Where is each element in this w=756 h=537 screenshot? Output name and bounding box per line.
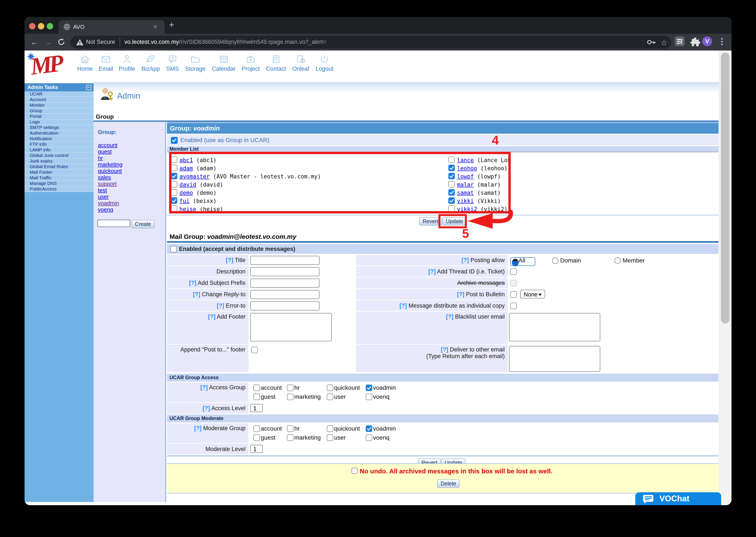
help-link[interactable]: [?] — [446, 313, 453, 320]
access-cb-voenq[interactable] — [366, 393, 372, 400]
nav-item-project[interactable]: Project — [237, 54, 264, 72]
help-link[interactable]: [?] — [457, 291, 464, 298]
sidebar-item-mail-footer[interactable]: Mail Footer — [24, 170, 94, 175]
group-link-hr[interactable]: hr — [98, 155, 103, 161]
password-key-icon[interactable] — [647, 39, 656, 45]
blacklist-textarea[interactable] — [509, 313, 600, 341]
group-link-voenq[interactable]: voenq — [98, 206, 113, 213]
access-cb-hr[interactable] — [287, 385, 293, 391]
tab-close-icon[interactable]: × — [154, 23, 157, 31]
group-link-test[interactable]: test — [98, 187, 107, 194]
title-input[interactable] — [250, 256, 320, 265]
group-link-voadmin[interactable]: voadmin — [98, 200, 119, 207]
moderate-level-input[interactable]: 1 — [250, 445, 263, 453]
group-link-guest[interactable]: guest — [98, 148, 111, 155]
sidebar-item-global-junk-control[interactable]: Global Junk control — [24, 153, 94, 158]
add-footer-textarea[interactable] — [250, 313, 332, 341]
extensions-puzzle-icon[interactable] — [690, 36, 700, 46]
help-link[interactable]: [?] — [194, 425, 201, 432]
help-link[interactable]: [?] — [428, 268, 436, 275]
access-cb-guest[interactable] — [253, 393, 260, 400]
group-link-user[interactable]: user — [98, 193, 109, 200]
sidebar-item-smtp-settings[interactable]: SMTP settings — [24, 125, 94, 131]
append-footer-checkbox[interactable] — [251, 347, 258, 353]
moderate-cb-guest[interactable] — [253, 434, 260, 441]
moderate-cb-voadmin[interactable] — [366, 426, 372, 432]
nav-item-storage[interactable]: Storage — [182, 54, 209, 72]
nav-item-onleaf[interactable]: Onleaf — [288, 54, 314, 72]
sidebar-item-monitor[interactable]: Monitor — [24, 103, 94, 108]
group-link-quickount[interactable]: quickount — [98, 168, 122, 174]
group-link-marketing[interactable]: marketing — [98, 161, 122, 168]
delete-confirm-checkbox[interactable] — [352, 468, 358, 474]
access-cb-quickount[interactable] — [327, 385, 333, 391]
scrollbar-thumb[interactable] — [721, 53, 730, 323]
access-cb-marketing[interactable] — [287, 393, 293, 400]
sidebar-item-group[interactable]: Group — [24, 108, 94, 114]
sidebar-item-ftp-info[interactable]: FTP info — [24, 142, 94, 147]
moderate-cb-quickount[interactable] — [327, 426, 333, 432]
mail-enabled-checkbox[interactable] — [170, 246, 177, 252]
address-bar[interactable]: Not Secure vo.leotest.vo.com.my/r/v/SID6… — [70, 36, 671, 49]
nav-item-calendar[interactable]: Calendar — [210, 54, 237, 72]
sidebar-item-authentication[interactable]: Authentication — [24, 131, 94, 136]
help-link[interactable]: [?] — [462, 257, 469, 263]
brand-logo[interactable]: MP — [29, 51, 63, 80]
help-link[interactable]: [?] — [400, 303, 407, 309]
group-link-sales[interactable]: sales — [98, 174, 111, 181]
help-link[interactable]: [?] — [226, 257, 233, 263]
collapse-icon[interactable] — [86, 85, 91, 90]
help-link[interactable]: [?] — [217, 303, 224, 309]
sidebar-item-ucar[interactable]: UCAR — [24, 91, 94, 97]
group-link-account[interactable]: account — [98, 142, 117, 148]
help-link[interactable]: [?] — [193, 291, 200, 298]
create-group-button[interactable]: Create — [131, 220, 155, 228]
posting-allow-radio-domain[interactable] — [552, 257, 558, 264]
sidebar-item-publicaccess[interactable]: PublicAccess — [24, 186, 94, 192]
posting-allow-radio-member[interactable] — [614, 257, 621, 264]
nav-item-contact[interactable]: Contact — [263, 54, 289, 72]
sidebar-item-global-email-rules[interactable]: Global Email Rules — [24, 164, 94, 170]
bulletin-select[interactable]: None — [520, 290, 545, 298]
access-cb-user[interactable] — [327, 393, 333, 400]
back-icon[interactable]: ← — [30, 38, 38, 47]
nav-item-logout[interactable]: Logout — [311, 54, 338, 72]
deliver-other-textarea[interactable] — [509, 346, 600, 372]
reload-icon[interactable] — [57, 38, 66, 46]
group-link-support[interactable]: support — [98, 181, 116, 187]
moderate-cb-hr[interactable] — [287, 426, 293, 432]
reply-to-input[interactable] — [250, 290, 320, 299]
browser-menu-icon[interactable] — [721, 37, 723, 46]
nav-item-profile[interactable]: Profile — [113, 54, 140, 72]
help-link[interactable]: [?] — [200, 384, 207, 391]
sidebar-item-account[interactable]: Account — [24, 97, 94, 103]
thread-id-checkbox[interactable] — [510, 268, 517, 275]
vochat-button[interactable]: VOChat — [635, 492, 721, 505]
sidebar-item-mail-traffic[interactable]: Mail Traffic — [24, 175, 94, 181]
page-scrollbar[interactable] — [719, 51, 732, 505]
extension-editor-icon[interactable] — [675, 36, 685, 46]
moderate-cb-user[interactable] — [327, 434, 333, 441]
individual-copy-checkbox[interactable] — [510, 303, 517, 309]
group-enabled-checkbox[interactable] — [171, 137, 178, 144]
sidebar-item-notification[interactable]: Notification — [24, 136, 94, 142]
access-cb-account[interactable] — [253, 385, 260, 391]
subject-prefix-input[interactable] — [250, 279, 320, 288]
moderate-cb-account[interactable] — [253, 426, 260, 432]
bookmark-star-icon[interactable]: ☆ — [660, 38, 667, 47]
description-input[interactable] — [250, 267, 320, 276]
browser-profile-avatar[interactable]: V — [702, 36, 712, 46]
help-link[interactable]: [?] — [208, 313, 215, 320]
minimize-window-button[interactable] — [38, 23, 44, 29]
close-window-button[interactable] — [29, 23, 35, 29]
zoom-window-button[interactable] — [47, 23, 53, 29]
forward-icon[interactable]: → — [44, 38, 52, 47]
sidebar-item-portal[interactable]: Portal — [24, 114, 94, 119]
new-tab-button[interactable]: + — [169, 20, 174, 30]
sidebar-item-junk-expiry[interactable]: Junk expiry — [24, 158, 94, 164]
delete-button[interactable]: Delete — [437, 479, 460, 488]
moderate-cb-voenq[interactable] — [366, 434, 372, 441]
access-cb-voadmin[interactable] — [366, 385, 372, 391]
help-link[interactable]: [?] — [189, 280, 196, 286]
browser-tab[interactable]: AVO × — [59, 20, 164, 34]
